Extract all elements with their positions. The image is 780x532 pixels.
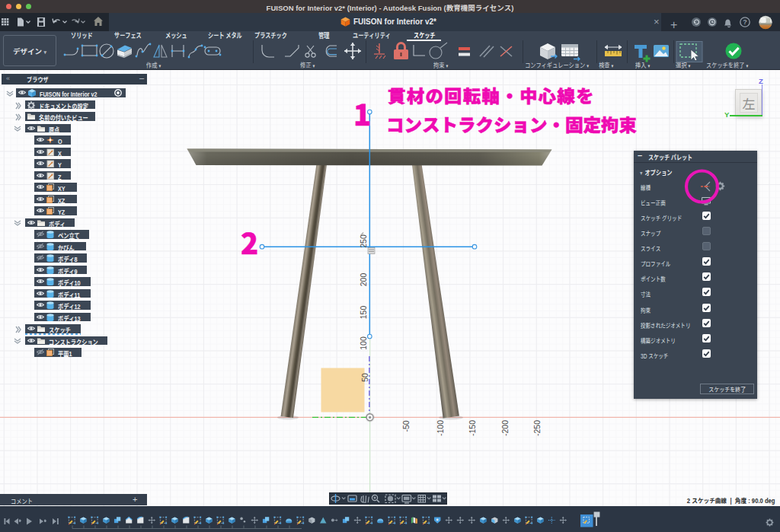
svg-text:100: 100 [359, 336, 368, 350]
svg-text:?: ? [743, 18, 747, 26]
svg-text:-100: -100 [436, 420, 445, 436]
svg-text:50: 50 [360, 373, 369, 382]
svg-text:-150: -150 [468, 420, 477, 436]
svg-text:-50: -50 [401, 420, 411, 432]
svg-text:200: 200 [359, 273, 368, 287]
svg-text:150: 150 [359, 306, 368, 320]
svg-text:-200: -200 [500, 420, 510, 436]
svg-text:-250: -250 [532, 420, 542, 436]
svg-text:250: 250 [359, 234, 368, 248]
